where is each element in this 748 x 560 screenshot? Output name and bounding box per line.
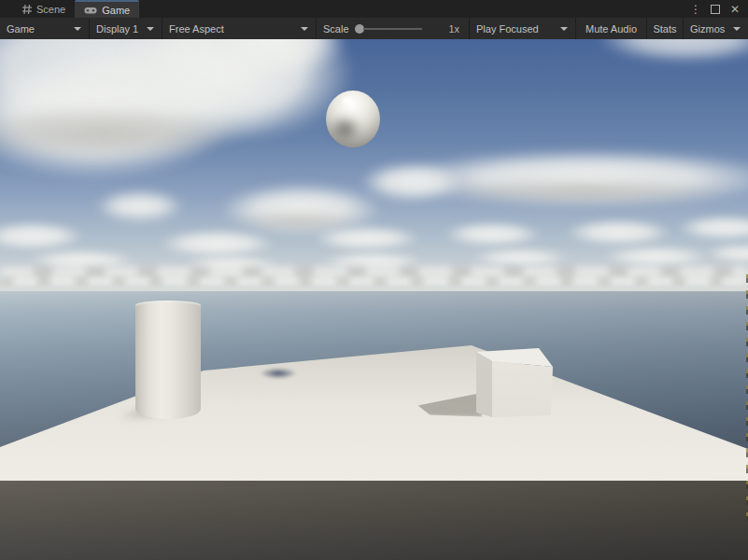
scale-value: 1x [448,23,469,35]
cloud [95,190,184,222]
tab-scene-label: Scene [36,4,65,15]
maximize-icon[interactable] [709,3,722,16]
tab-game-label: Game [102,5,130,16]
chevron-down-icon [301,27,308,31]
cylinder [135,301,201,419]
aspect-ratio-dropdown[interactable]: Free Aspect [162,18,316,39]
window-controls: ⋮ ✕ [689,0,748,18]
more-options-icon[interactable]: ⋮ [689,3,702,16]
cloud [159,230,275,258]
game-view-window: Scene Game ⋮ ✕ Game Display 1 [0,0,748,560]
gizmos-dropdown[interactable]: Gizmos [683,18,748,39]
display-label: Display 1 [90,23,138,35]
scale-control: Scale 1x [316,18,469,39]
foreground-ground [0,481,748,560]
scale-slider-track[interactable] [363,28,422,30]
chevron-down-icon [147,27,154,31]
scale-slider[interactable] [355,18,422,39]
chevron-down-icon [74,27,81,31]
gamepad-icon [84,6,97,15]
cloud [313,226,420,251]
cloud [565,219,672,245]
sphere-shadow [258,367,299,380]
tab-scene[interactable]: Scene [13,0,75,18]
cloud [360,162,463,202]
game-mode-dropdown[interactable]: Game [0,18,89,39]
sphere [326,91,380,147]
mute-audio-label: Mute Audio [586,23,637,35]
game-mode-label: Game [0,23,35,35]
game-view-toolbar: Game Display 1 Free Aspect Scale 1x Play… [0,18,748,39]
close-icon[interactable]: ✕ [728,3,741,16]
display-dropdown[interactable]: Display 1 [89,18,162,39]
cloud [444,222,542,246]
cloud [472,248,570,267]
chevron-down-icon [733,27,741,31]
stats-button[interactable]: Stats [646,18,683,39]
grid-icon [22,5,32,14]
game-render-viewport[interactable] [0,39,748,560]
tab-bar: Scene Game ⋮ ✕ [0,0,748,18]
stats-label: Stats [653,23,676,35]
scale-label: Scale [317,23,349,35]
play-focused-dropdown[interactable]: Play Focused [469,18,575,39]
gizmos-label: Gizmos [684,23,725,35]
mute-audio-button[interactable]: Mute Audio [575,18,646,39]
cloud-shadow [430,179,738,203]
tab-game[interactable]: Game [75,0,139,18]
aspect-ratio-label: Free Aspect [162,23,224,35]
chevron-down-icon [560,27,568,31]
cloud [602,246,710,267]
play-focused-label: Play Focused [470,23,539,35]
